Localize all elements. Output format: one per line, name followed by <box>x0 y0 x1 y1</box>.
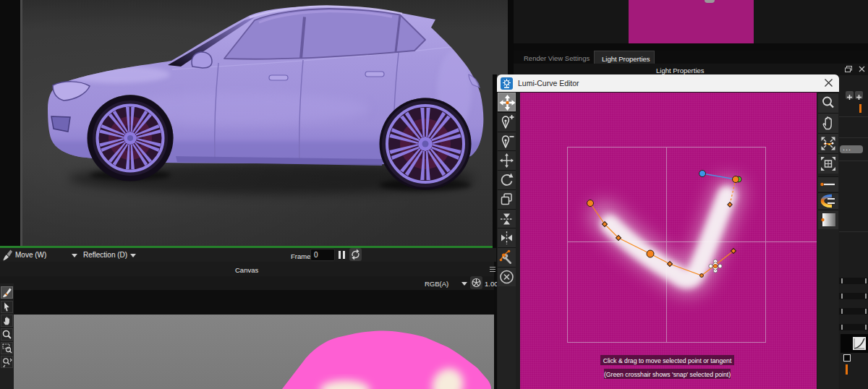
svg-text:(Green crosshair shows 'snap': (Green crosshair shows 'snap' selected p… <box>604 371 731 378</box>
svg-text:Click & drag to move selected: Click & drag to move selected point or t… <box>603 357 732 364</box>
